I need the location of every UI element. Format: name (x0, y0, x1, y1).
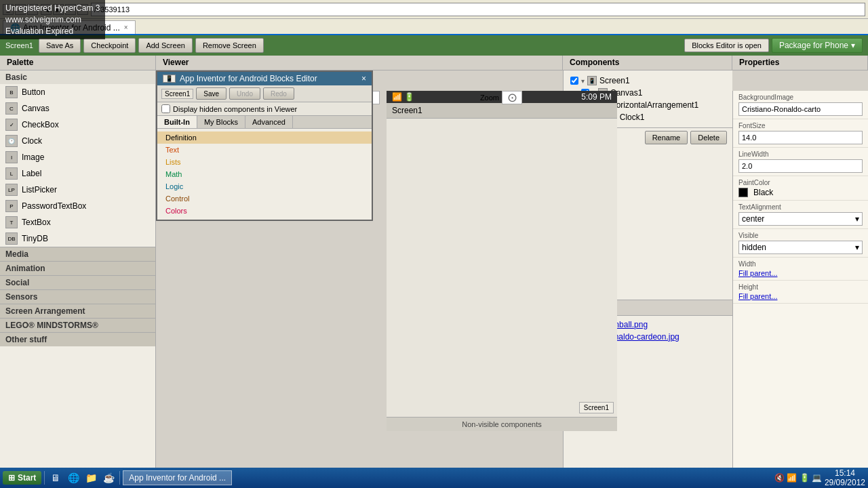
sensors-section[interactable]: Sensors (0, 289, 155, 304)
social-section[interactable]: Social (0, 275, 155, 289)
taskbar-time: 15:14 29/09/2012 (825, 468, 865, 487)
palette-item-passwordtextbox[interactable]: P PasswordTextBox (0, 198, 155, 214)
blocks-tab-builtin[interactable]: Built-In (157, 116, 197, 128)
screen1-icon: 📱 (587, 76, 597, 85)
prop-paintcolor: PaintColor Black (733, 176, 868, 201)
phone-time: 5:09 PM (581, 92, 612, 102)
prop-fontsize-label: FontSize (738, 122, 863, 129)
prop-textalignment-select[interactable]: center ▾ (738, 212, 863, 226)
display-hidden-checkbox[interactable] (161, 104, 170, 113)
zoom-area: Zoom ⊙ (480, 91, 522, 104)
checkpoint-button[interactable]: Checkpoint (83, 38, 136, 53)
lego-section[interactable]: LEGO® MINDSTORMS® (0, 318, 155, 332)
properties-panel: BackgroundImage FontSize LineWidth Paint… (732, 91, 868, 488)
blocks-item-control[interactable]: Control (157, 192, 372, 205)
blocks-list: Definition Text Lists Math Logic Control… (157, 129, 372, 220)
blocks-tabs: Built-In My Blocks Advanced (157, 116, 372, 129)
palette-item-button[interactable]: B Button (0, 84, 155, 100)
passwordtextbox-icon: P (5, 200, 18, 212)
taskbar-icon-browser[interactable]: 🌐 (65, 470, 81, 485)
display-hidden-checkbox-row: Display hidden components in Viewer (157, 102, 372, 116)
viewer-section-label: Viewer (156, 56, 563, 70)
clock-icon: 🕐 (5, 135, 18, 147)
blocks-undo-button[interactable]: Undo (229, 87, 260, 100)
palette-item-listpicker[interactable]: LP ListPicker (0, 182, 155, 198)
blocks-tab-advanced[interactable]: Advanced (245, 116, 293, 128)
browser-bar: _ □ × ◀ ▶ ↻ × (0, 0, 868, 19)
animation-section[interactable]: Animation (0, 261, 155, 275)
blocks-redo-button[interactable]: Redo (263, 87, 294, 100)
prop-visible-select[interactable]: hidden ▾ (738, 241, 863, 254)
prop-textalignment: TextAlignment center ▾ (733, 201, 868, 229)
palette-item-canvas[interactable]: C Canvas (0, 100, 155, 117)
taskbar-divider1 (44, 471, 45, 485)
phone-screen-body[interactable]: Screen1 (387, 119, 617, 417)
components-section-label: Components (563, 56, 732, 70)
textbox-icon: T (5, 216, 18, 228)
blocks-item-lists[interactable]: Lists (157, 156, 372, 168)
prop-height-label: Height (738, 283, 863, 291)
taskbar-right: 🔇 📶 🔋 💻 15:14 29/09/2012 (774, 468, 865, 487)
rename-button[interactable]: Rename (645, 131, 688, 144)
palette-item-textbox[interactable]: T TextBox (0, 214, 155, 230)
prop-width: Width Fill parent... (733, 258, 868, 281)
delete-button[interactable]: Delete (690, 131, 727, 144)
button-icon: B (5, 86, 18, 98)
tree-item-screen1[interactable]: ▾ 📱 Screen1 (568, 75, 728, 87)
address-bar[interactable] (91, 3, 865, 16)
properties-section-label: Properties (732, 56, 868, 70)
section-labels-bar: Palette Viewer Components Properties (0, 56, 868, 70)
blocks-item-logic[interactable]: Logic (157, 180, 372, 192)
blocks-editor-toolbar: Screen1 Save Undo Redo (157, 85, 372, 102)
phone-status-icons: 📶 🔋 (392, 92, 414, 102)
prop-backgroundimage-label: BackgroundImage (738, 94, 863, 101)
prop-height: Height Fill parent... (733, 281, 868, 304)
taskbar-icon-desktop[interactable]: 🖥 (47, 470, 64, 485)
screen1-checkbox[interactable] (570, 77, 578, 85)
prop-textalignment-label: TextAlignment (738, 203, 863, 211)
blocks-save-button[interactable]: Save (196, 87, 226, 100)
zoom-circle-icon: ⊙ (507, 90, 517, 105)
palette-item-tinydb-label: TinyDB (22, 234, 48, 243)
remove-screen-button[interactable]: Remove Screen (195, 38, 264, 53)
paintcolor-swatch[interactable] (738, 188, 748, 197)
taskbar-icon-folder[interactable]: 📁 (83, 470, 99, 485)
prop-linewidth-input[interactable] (738, 159, 863, 173)
blocks-editor-close-btn[interactable]: × (361, 74, 366, 83)
add-screen-button[interactable]: Add Screen (138, 38, 192, 53)
screen-arrangement-section[interactable]: Screen Arrangement (0, 304, 155, 318)
prop-fontsize-input[interactable] (738, 131, 863, 144)
palette-item-checkbox[interactable]: ✓ CheckBox (0, 117, 155, 133)
blocks-editor-window: 📱 App Inventor for Android Blocks Editor… (156, 70, 373, 221)
other-stuff-section[interactable]: Other stuff (0, 332, 155, 346)
media-section[interactable]: Media (0, 247, 155, 261)
prop-height-value: Fill parent... (738, 292, 863, 300)
system-tray-icons: 🔇 📶 🔋 💻 (774, 473, 822, 483)
package-arrow-icon: ▾ (851, 41, 855, 50)
zoom-label: Zoom (480, 94, 499, 102)
palette-item-clock[interactable]: 🕐 Clock (0, 133, 155, 149)
save-as-button[interactable]: Save As (39, 38, 81, 53)
content-area: Basic B Button C Canvas ✓ CheckBox 🕐 Clo… (0, 70, 868, 488)
phone-screen-title: Screen1 (387, 103, 617, 119)
taskbar-active-window[interactable]: App Inventor for Android ... (123, 470, 232, 485)
display-hidden-label: Display hidden components in Viewer (173, 105, 297, 113)
viewer-area: 📱 App Inventor for Android Blocks Editor… (156, 70, 563, 488)
blocks-item-text[interactable]: Text (157, 144, 372, 156)
palette-item-tinydb[interactable]: DB TinyDB (0, 230, 155, 247)
package-for-phone-button[interactable]: Package for Phone ▾ (772, 38, 863, 53)
clock1-label: Clock1 (620, 113, 645, 122)
tab-close-btn[interactable]: × (124, 24, 128, 31)
taskbar-icon-java[interactable]: ☕ (100, 470, 117, 485)
palette-item-button-label: Button (22, 87, 45, 97)
blocks-tab-myblocks[interactable]: My Blocks (197, 116, 245, 128)
palette-item-image[interactable]: I Image (0, 149, 155, 165)
blocks-item-colors[interactable]: Colors (157, 205, 372, 217)
blocks-item-math[interactable]: Math (157, 168, 372, 180)
palette-item-image-label: Image (22, 152, 44, 162)
blocks-item-definition[interactable]: Definition (157, 131, 372, 144)
prop-backgroundimage-input[interactable] (738, 102, 863, 116)
start-button[interactable]: ⊞ Start (3, 471, 41, 485)
palette-item-label[interactable]: L Label (0, 165, 155, 182)
prop-visible-value: hidden (742, 243, 766, 252)
